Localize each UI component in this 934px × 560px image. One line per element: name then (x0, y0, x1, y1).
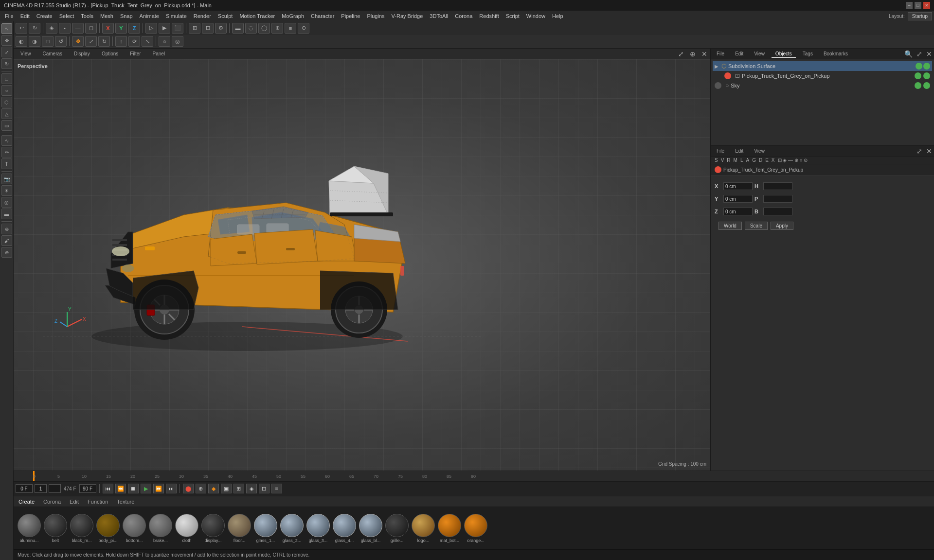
btn-next-frame[interactable]: ⏩ (153, 484, 164, 493)
tb-rect-select[interactable]: □ (42, 36, 54, 47)
menu-mograph[interactable]: MoGraph (279, 12, 307, 20)
btn-play[interactable]: ▶ (141, 484, 151, 493)
tool-cone[interactable]: △ (1, 108, 12, 119)
tb-render-region[interactable]: ▷ (145, 23, 157, 34)
am-tab-edit[interactable]: Edit (731, 147, 747, 155)
menu-create[interactable]: Create (34, 12, 55, 20)
tb-undo[interactable]: ↩ (16, 23, 27, 34)
om-tab-objects[interactable]: Objects (772, 50, 796, 58)
tool-rotate[interactable]: ↻ (1, 58, 12, 69)
tool-floor[interactable]: ▬ (1, 209, 12, 219)
attr-tab-r[interactable]: R (727, 158, 730, 163)
tb-proportional[interactable]: ◎ (172, 36, 183, 47)
vp-tab-display[interactable]: Display (70, 50, 94, 57)
tool-pen[interactable]: ✏ (1, 147, 12, 158)
btn-prev-frame[interactable]: ⏪ (115, 484, 126, 493)
mat-belt[interactable]: belt (44, 514, 67, 543)
om-tab-bookmarks[interactable]: Bookmarks (820, 50, 852, 57)
menu-corona[interactable]: Corona (452, 12, 475, 20)
mat-glass3[interactable]: glass_3... (306, 514, 330, 543)
subdiv-vis-green[interactable] (916, 63, 922, 70)
mat-orange[interactable]: orange... (464, 514, 487, 543)
om-tab-edit[interactable]: Edit (731, 50, 747, 57)
tb-snap-settings[interactable]: ⚙ (215, 23, 227, 34)
maximize-button[interactable]: □ (915, 2, 921, 9)
menu-plugins[interactable]: Plugins (364, 12, 387, 20)
mat-tab-function[interactable]: Function (86, 498, 110, 506)
menu-script[interactable]: Script (503, 12, 522, 20)
fps-input[interactable] (35, 484, 47, 493)
attr-tab-l[interactable]: L (740, 158, 743, 163)
menu-render[interactable]: Render (191, 12, 214, 20)
attr-tab-g[interactable]: G (752, 158, 756, 163)
coord-p-val[interactable] (763, 195, 792, 203)
pickup-vis-green[interactable] (915, 72, 921, 79)
mat-tab-edit[interactable]: Edit (68, 498, 81, 506)
menu-character[interactable]: Character (308, 12, 337, 20)
menu-select[interactable]: Select (56, 12, 77, 20)
btn-keyframe[interactable]: ◆ (208, 484, 219, 493)
vp-tab-panel[interactable]: Panel (149, 50, 169, 57)
minimize-button[interactable]: – (906, 2, 913, 9)
tb-poly-mode[interactable]: ◻ (85, 23, 97, 34)
om-search[interactable]: 🔍 (904, 50, 913, 58)
close-button[interactable]: ✕ (923, 2, 930, 9)
btn-timeline-list[interactable]: ≡ (271, 484, 282, 493)
menu-3dtoall[interactable]: 3DToAll (427, 12, 451, 20)
subdiv-vis-render[interactable] (923, 63, 930, 70)
menu-redshift[interactable]: Redshift (476, 12, 502, 20)
current-frame-input[interactable] (16, 484, 33, 493)
menu-tools[interactable]: Tools (78, 12, 96, 20)
mat-bottom[interactable]: bottom... (123, 514, 146, 543)
tool-plane[interactable]: ▭ (1, 120, 12, 131)
total-frames-input[interactable] (79, 484, 96, 493)
tb-background[interactable]: ≡ (285, 23, 296, 34)
tool-magnet[interactable]: ⊕ (1, 247, 12, 258)
btn-motion-clip[interactable]: ▣ (221, 484, 232, 493)
tb-redo[interactable]: ↻ (29, 23, 40, 34)
tool-sculpt[interactable]: ⊛ (1, 224, 12, 234)
menu-edit[interactable]: Edit (18, 12, 33, 20)
tb-edge-mode[interactable]: — (72, 23, 84, 34)
menu-motiontracker[interactable]: Motion Tracker (236, 12, 278, 20)
tb-soft-select[interactable]: ⌾ (159, 36, 170, 47)
apply-button[interactable]: Apply (771, 222, 793, 230)
viewport[interactable]: View Cameras Display Options Filter Pane… (14, 49, 710, 471)
tb-floor[interactable]: ▬ (232, 23, 244, 34)
tb-point-mode[interactable]: • (59, 23, 71, 34)
menu-mesh[interactable]: Mesh (97, 12, 116, 20)
btn-preview[interactable]: ◈ (246, 484, 257, 493)
timeline-ruler[interactable]: 0 5 10 15 20 25 30 35 40 45 50 55 60 65 … (14, 471, 934, 482)
vp-fullscreen[interactable]: ⊕ (690, 50, 696, 58)
tool-select[interactable]: ↖ (1, 23, 12, 34)
mat-bodypi[interactable]: body_pi... (96, 514, 120, 543)
mat-glass1[interactable]: glass_1... (254, 514, 277, 543)
vp-tab-cameras[interactable]: Cameras (39, 50, 67, 57)
mat-glassbl[interactable]: glass_bl... (359, 514, 382, 543)
tb-loop-select[interactable]: ↺ (55, 36, 67, 47)
btn-stop[interactable]: ⏹ (128, 484, 139, 493)
tb-snap-grid[interactable]: ⊡ (202, 23, 214, 34)
tool-text[interactable]: T (1, 158, 12, 169)
scale-button[interactable]: Scale (745, 222, 768, 230)
obj-row-sky[interactable]: ○ Sky (713, 81, 932, 90)
btn-record-auto[interactable]: ⊕ (196, 484, 206, 493)
tb-normal-scale[interactable]: ⤡ (142, 36, 153, 47)
tool-light[interactable]: ☀ (1, 185, 12, 196)
vp-tab-view[interactable]: View (17, 50, 35, 57)
menu-pipeline[interactable]: Pipeline (338, 12, 363, 20)
attr-tab-m[interactable]: M (734, 158, 737, 163)
coord-z-val[interactable]: 0 cm (723, 208, 753, 215)
tool-scale[interactable]: ⤢ (1, 47, 12, 57)
mat-floor[interactable]: floor... (228, 514, 251, 543)
coord-y-val[interactable]: 0 cm (723, 195, 753, 203)
obj-row-pickup[interactable]: ⊡ Pickup_Truck_Tent_Grey_on_Pickup (713, 71, 932, 81)
menu-window[interactable]: Window (523, 12, 548, 20)
vp-close[interactable]: ✕ (701, 50, 707, 58)
tb-live-select[interactable]: ◑ (29, 36, 40, 47)
am-tab-file[interactable]: File (713, 147, 728, 155)
tb-move[interactable]: ✥ (72, 36, 84, 47)
mat-logo[interactable]: logo... (412, 514, 435, 543)
attr-tab-x[interactable]: X (772, 158, 775, 163)
tb-scale2[interactable]: ⤢ (85, 36, 97, 47)
